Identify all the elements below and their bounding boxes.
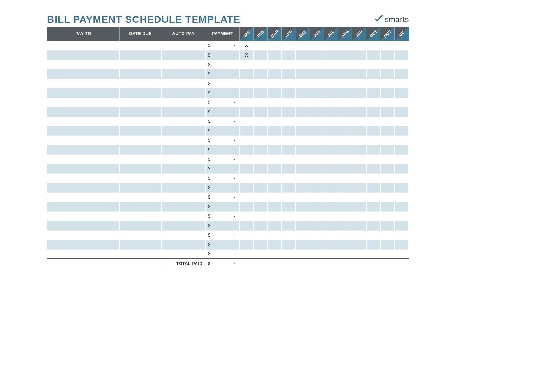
cell-month[interactable] bbox=[352, 88, 366, 98]
cell-month[interactable] bbox=[338, 79, 352, 88]
cell-month[interactable] bbox=[380, 98, 395, 107]
cell-pay-to[interactable] bbox=[47, 41, 120, 50]
cell-month[interactable] bbox=[352, 211, 366, 221]
cell-month[interactable] bbox=[254, 117, 268, 126]
cell-month[interactable] bbox=[296, 126, 310, 135]
cell-month[interactable] bbox=[240, 79, 254, 88]
cell-month[interactable] bbox=[254, 173, 268, 183]
cell-date-due[interactable] bbox=[120, 88, 161, 98]
cell-date-due[interactable] bbox=[120, 60, 161, 69]
cell-month[interactable] bbox=[395, 202, 409, 211]
cell-month[interactable] bbox=[352, 183, 366, 192]
cell-auto-pay[interactable] bbox=[161, 221, 206, 230]
cell-month[interactable] bbox=[395, 88, 409, 98]
cell-pay-to[interactable] bbox=[47, 107, 120, 117]
cell-payment[interactable]: $- bbox=[206, 107, 239, 117]
cell-date-due[interactable] bbox=[120, 183, 161, 192]
cell-month[interactable] bbox=[240, 98, 254, 107]
cell-month[interactable] bbox=[324, 135, 338, 145]
cell-month[interactable] bbox=[324, 164, 338, 173]
cell-month[interactable] bbox=[324, 230, 338, 240]
cell-month[interactable] bbox=[254, 79, 268, 88]
cell-auto-pay[interactable] bbox=[161, 164, 206, 173]
cell-month[interactable] bbox=[240, 88, 254, 98]
cell-month[interactable] bbox=[254, 126, 268, 135]
cell-auto-pay[interactable] bbox=[161, 126, 206, 135]
cell-month[interactable] bbox=[240, 154, 254, 164]
cell-month[interactable] bbox=[268, 249, 282, 259]
cell-month[interactable] bbox=[296, 192, 310, 202]
cell-month[interactable] bbox=[254, 202, 268, 211]
cell-date-due[interactable] bbox=[120, 249, 161, 259]
cell-month[interactable] bbox=[338, 60, 352, 69]
cell-auto-pay[interactable] bbox=[161, 41, 206, 50]
cell-month[interactable] bbox=[310, 221, 324, 230]
cell-pay-to[interactable] bbox=[47, 117, 120, 126]
cell-month[interactable] bbox=[268, 88, 282, 98]
cell-month[interactable] bbox=[268, 221, 282, 230]
cell-month[interactable] bbox=[310, 173, 324, 183]
cell-month[interactable] bbox=[310, 79, 324, 88]
cell-month[interactable] bbox=[395, 221, 409, 230]
cell-month[interactable] bbox=[366, 249, 380, 259]
cell-month[interactable] bbox=[254, 164, 268, 173]
cell-month[interactable] bbox=[395, 240, 409, 249]
cell-month[interactable] bbox=[380, 230, 395, 240]
cell-month[interactable] bbox=[254, 50, 268, 60]
cell-month[interactable] bbox=[268, 60, 282, 69]
cell-month[interactable] bbox=[282, 154, 296, 164]
cell-month[interactable] bbox=[254, 88, 268, 98]
cell-month[interactable] bbox=[240, 173, 254, 183]
cell-auto-pay[interactable] bbox=[161, 173, 206, 183]
cell-month[interactable] bbox=[310, 154, 324, 164]
cell-payment[interactable]: $- bbox=[206, 50, 239, 60]
cell-month[interactable] bbox=[324, 107, 338, 117]
cell-month[interactable] bbox=[380, 69, 395, 79]
cell-month[interactable] bbox=[395, 79, 409, 88]
cell-month[interactable] bbox=[352, 126, 366, 135]
cell-month[interactable] bbox=[268, 154, 282, 164]
cell-month[interactable] bbox=[324, 98, 338, 107]
cell-pay-to[interactable] bbox=[47, 249, 120, 259]
cell-auto-pay[interactable] bbox=[161, 183, 206, 192]
cell-month[interactable] bbox=[240, 202, 254, 211]
cell-month[interactable] bbox=[395, 117, 409, 126]
cell-month[interactable] bbox=[282, 69, 296, 79]
cell-payment[interactable]: $- bbox=[206, 135, 239, 145]
cell-month[interactable] bbox=[296, 183, 310, 192]
cell-payment[interactable]: $- bbox=[206, 88, 239, 98]
cell-month[interactable] bbox=[324, 117, 338, 126]
cell-month[interactable] bbox=[268, 173, 282, 183]
cell-month[interactable] bbox=[395, 192, 409, 202]
cell-auto-pay[interactable] bbox=[161, 249, 206, 259]
cell-month[interactable] bbox=[282, 145, 296, 154]
cell-month[interactable] bbox=[254, 230, 268, 240]
cell-month[interactable] bbox=[254, 41, 268, 50]
cell-pay-to[interactable] bbox=[47, 79, 120, 88]
cell-month[interactable] bbox=[254, 145, 268, 154]
cell-month[interactable] bbox=[338, 107, 352, 117]
cell-month[interactable] bbox=[282, 221, 296, 230]
cell-month[interactable] bbox=[380, 50, 395, 60]
cell-auto-pay[interactable] bbox=[161, 145, 206, 154]
cell-month[interactable] bbox=[296, 240, 310, 249]
cell-month[interactable] bbox=[282, 249, 296, 259]
cell-month[interactable] bbox=[296, 230, 310, 240]
cell-month[interactable] bbox=[352, 221, 366, 230]
cell-month[interactable] bbox=[240, 192, 254, 202]
cell-month[interactable] bbox=[380, 107, 395, 117]
cell-month[interactable] bbox=[380, 117, 395, 126]
cell-month[interactable] bbox=[338, 117, 352, 126]
cell-auto-pay[interactable] bbox=[161, 50, 206, 60]
cell-month[interactable] bbox=[240, 221, 254, 230]
cell-auto-pay[interactable] bbox=[161, 69, 206, 79]
cell-pay-to[interactable] bbox=[47, 88, 120, 98]
cell-month[interactable] bbox=[366, 145, 380, 154]
cell-month[interactable] bbox=[254, 183, 268, 192]
cell-month[interactable] bbox=[324, 211, 338, 221]
cell-month[interactable] bbox=[254, 240, 268, 249]
cell-month[interactable] bbox=[338, 240, 352, 249]
cell-month[interactable] bbox=[352, 60, 366, 69]
cell-month[interactable] bbox=[282, 183, 296, 192]
cell-month[interactable] bbox=[324, 60, 338, 69]
